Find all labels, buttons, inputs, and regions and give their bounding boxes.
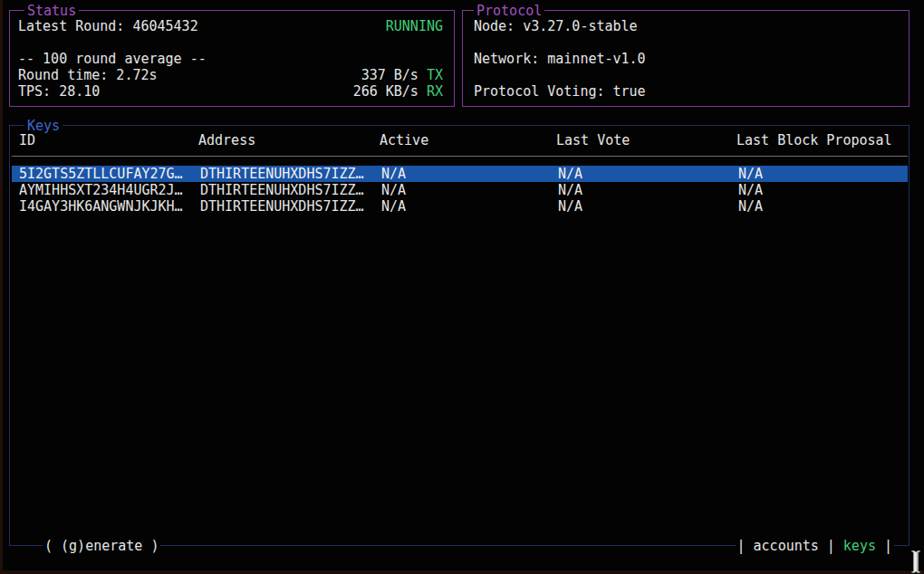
view-tab-bar: | accounts | keys |	[736, 538, 894, 554]
key-active-cell: N/A	[381, 182, 406, 198]
column-header-address: Address	[198, 132, 255, 148]
column-header-active: Active	[380, 132, 428, 148]
key-last-block-proposal-cell: N/A	[738, 182, 763, 198]
key-id-cell: I4GAY3HK6ANGWNJKJKH…	[19, 198, 183, 215]
status-panel-title: Status	[24, 3, 79, 19]
tx-rate-label: TX	[427, 67, 443, 83]
tx-rate-value: 337 B/s	[361, 67, 427, 83]
window-edge-bottom	[0, 570, 924, 574]
table-header-separator	[12, 156, 908, 157]
network-text: Network: mainnet-v1.0	[474, 51, 646, 67]
key-last-block-proposal-cell: N/A	[738, 198, 763, 215]
column-header-last-block-proposal: Last Block Proposal	[736, 132, 892, 148]
column-header-id: ID	[19, 132, 35, 148]
tab-separator: |	[827, 538, 835, 554]
table-row[interactable]: 5I2GTS5ZTLLCUFAY27G… DTHIRTEENUHXDHS7IZZ…	[12, 166, 908, 182]
round-time-text: Round time: 2.72s	[18, 67, 158, 83]
tab-keys[interactable]: keys	[843, 538, 876, 554]
key-id-cell: 5I2GTS5ZTLLCUFAY27G…	[19, 166, 183, 182]
rx-rate-value: 266 KB/s	[353, 83, 427, 100]
key-last-block-proposal-cell: N/A	[738, 166, 763, 182]
key-address-cell: DTHIRTEENUHXDHS7IZZ…	[200, 182, 364, 198]
table-row[interactable]: AYMIHHSXT234H4UGR2J… DTHIRTEENUHXDHS7IZZ…	[12, 182, 908, 198]
key-id-cell: AYMIHHSXT234H4UGR2J…	[19, 182, 183, 198]
running-status-badge: RUNNING	[386, 18, 443, 34]
key-address-cell: DTHIRTEENUHXDHS7IZZ…	[200, 166, 364, 182]
status-panel: Status Latest Round: 46045432 RUNNING --…	[9, 10, 455, 107]
protocol-voting-text: Protocol Voting: true	[474, 83, 646, 100]
tab-accounts[interactable]: accounts	[754, 538, 819, 554]
table-row[interactable]: I4GAY3HK6ANGWNJKJKH… DTHIRTEENUHXDHS7IZZ…	[12, 198, 908, 215]
rx-rate-label: RX	[427, 83, 443, 100]
tab-separator: |	[884, 538, 892, 554]
key-last-vote-cell: N/A	[558, 182, 582, 198]
rx-rate: 266 KB/s RX	[353, 83, 443, 100]
window-edge-left	[0, 0, 3, 574]
keys-panel: Keys ID Address Active Last Vote Last Bl…	[9, 125, 910, 546]
key-last-vote-cell: N/A	[558, 166, 582, 182]
tx-rate: 337 B/s TX	[361, 67, 443, 83]
key-address-cell: DTHIRTEENUHXDHS7IZZ…	[200, 198, 364, 215]
protocol-panel: Protocol Node: v3.27.0-stable Network: m…	[462, 10, 910, 107]
protocol-panel-title: Protocol	[474, 3, 544, 19]
tps-text: TPS: 28.10	[18, 83, 100, 100]
text-cursor-icon	[909, 550, 923, 574]
key-active-cell: N/A	[381, 166, 406, 182]
generate-button[interactable]: ( (g)enerate )	[43, 538, 160, 554]
round-average-header: -- 100 round average --	[18, 51, 207, 67]
latest-round-text: Latest Round: 46045432	[18, 18, 198, 34]
column-header-last-vote: Last Vote	[556, 132, 630, 148]
tab-separator: |	[737, 538, 746, 554]
key-last-vote-cell: N/A	[558, 198, 582, 215]
node-version-text: Node: v3.27.0-stable	[474, 18, 638, 34]
key-active-cell: N/A	[381, 198, 406, 215]
